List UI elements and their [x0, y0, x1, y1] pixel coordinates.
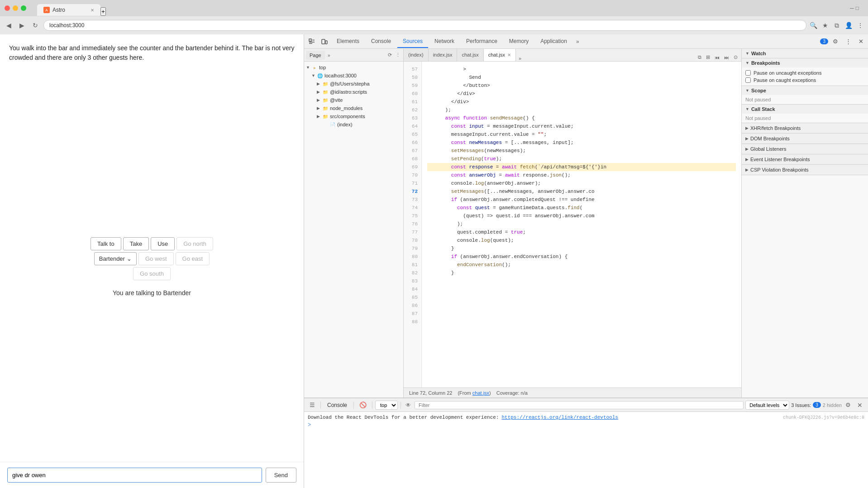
scope-header[interactable]: ▼ Scope [742, 86, 868, 95]
event-listener-header[interactable]: ▶ Event Listener Breakpoints [742, 154, 868, 164]
console-close-button[interactable]: ✕ [854, 401, 865, 410]
tab-close-icon[interactable]: ✕ [91, 8, 94, 13]
coverage-label: Coverage: n/a [496, 390, 528, 396]
watch-header[interactable]: ▼ Watch [742, 49, 868, 58]
minimize-window-button[interactable] [13, 5, 18, 11]
console-context-select[interactable]: top [375, 401, 398, 410]
window-minimize-icon[interactable]: ─ [850, 5, 854, 11]
console-eye-button[interactable]: 👁 [404, 401, 413, 409]
cursor-position: Line 72, Column 22 [409, 390, 452, 396]
pause-caught-checkbox[interactable] [745, 77, 751, 83]
menu-icon[interactable]: ⋮ [856, 21, 864, 29]
editor-step-forward-icon[interactable]: ⏭ [722, 54, 731, 61]
editor-tab-more[interactable]: » [516, 56, 524, 61]
from-file-link[interactable]: chat.jsx [472, 390, 489, 396]
pause-uncaught-checkbox[interactable] [745, 70, 751, 76]
tab-network[interactable]: Network [429, 35, 460, 48]
tab-performance[interactable]: Performance [461, 35, 503, 48]
call-stack-header[interactable]: ▼ Call Stack [742, 105, 868, 114]
devtools-more-options-button[interactable]: ⋮ [843, 36, 854, 47]
global-listeners-header[interactable]: ▶ Global Listeners [742, 144, 868, 154]
take-button[interactable]: Take [123, 237, 149, 250]
browser-tab-astro[interactable]: A Astro ✕ [37, 4, 100, 16]
sidebar-more-icon[interactable]: ⋮ [394, 52, 401, 59]
back-button[interactable]: ◀ [4, 20, 14, 31]
send-button[interactable]: Send [266, 468, 296, 483]
console-tab-label[interactable]: Console [324, 402, 351, 408]
tab-console[interactable]: Console [366, 35, 396, 48]
tree-label-top: top [319, 65, 326, 70]
call-stack-status: Not paused [742, 114, 868, 123]
csp-header[interactable]: ▶ CSP Violation Breakpoints [742, 165, 868, 175]
breakpoints-header[interactable]: ▼ Breakpoints [742, 58, 868, 67]
go-south-button[interactable]: Go south [133, 267, 171, 280]
tree-item-vite[interactable]: ▶ 📁 @vite [304, 96, 403, 104]
url-bar[interactable]: localhost:3000 [43, 20, 806, 31]
devtools-close-button[interactable]: ✕ [856, 36, 866, 47]
editor-split-icon[interactable]: ⧉ [696, 53, 703, 61]
console-gear-button[interactable]: ⚙ [844, 401, 853, 409]
editor-grid-icon[interactable]: ⊞ [704, 53, 712, 61]
code-view[interactable]: 57 58 59 60 61 62 63 64 65 66 67 68 [404, 62, 741, 388]
tree-item-top[interactable]: ▼ ▸ top [304, 63, 403, 72]
src-tab-more[interactable]: » [326, 52, 332, 59]
forward-button[interactable]: ▶ [17, 20, 27, 31]
editor-tab-close-icon[interactable]: ✕ [507, 53, 511, 57]
editor-deactivate-icon[interactable]: ⊙ [732, 53, 739, 61]
devtools-inspect-button[interactable] [306, 37, 318, 47]
from-file-label: (From chat.jsx) [458, 390, 491, 396]
devtools-device-toggle-button[interactable] [319, 37, 330, 47]
go-north-button[interactable]: Go north [176, 237, 213, 250]
profile-icon[interactable]: 👤 [844, 21, 853, 29]
code-line-69: setMessages(newMessages); [427, 147, 736, 155]
tab-elements[interactable]: Elements [331, 35, 365, 48]
editor-step-back-icon[interactable]: ⏮ [713, 54, 721, 61]
window-maximize-icon[interactable]: □ [856, 5, 859, 11]
event-listener-section: ▶ Event Listener Breakpoints [742, 154, 868, 165]
game-input-field[interactable] [7, 468, 262, 483]
devtools-settings-button[interactable]: ⚙ [830, 36, 841, 47]
favicon: A [43, 7, 50, 13]
reload-button[interactable]: ↻ [30, 20, 41, 31]
use-button[interactable]: Use [151, 237, 175, 250]
close-window-button[interactable] [5, 5, 10, 11]
go-east-button[interactable]: Go east [176, 252, 210, 265]
tree-item-id[interactable]: ▶ 📁 @id/astro:scripts [304, 88, 403, 96]
tree-item-localhost[interactable]: ▼ 🌐 localhost:3000 [304, 72, 403, 80]
tab-application[interactable]: Application [535, 35, 572, 48]
new-tab-button[interactable]: + [100, 7, 106, 16]
bartender-dropdown[interactable]: Bartender ⌄ [94, 252, 137, 265]
editor-tab-chat-jsx-active[interactable]: chat.jsx ✕ [484, 49, 516, 61]
editor-tab-index[interactable]: (index) [404, 49, 429, 61]
editor-tab-chat-jsx-1[interactable]: chat.jsx [457, 49, 483, 61]
scope-section: ▼ Scope Not paused [742, 86, 868, 105]
console-devtools-link[interactable]: https://reactjs.org/link/react-devtools [501, 415, 618, 420]
console-sidebar-toggle[interactable]: ☰ [307, 400, 318, 410]
extensions-icon[interactable]: ⧉ [833, 21, 841, 29]
console-filter-input[interactable] [415, 401, 744, 409]
devtools-more-tabs[interactable]: » [573, 37, 582, 47]
search-icon[interactable]: 🔍 [809, 21, 817, 29]
watch-arrow-icon: ▼ [745, 51, 749, 56]
console-clear-button[interactable]: 🚫 [357, 400, 369, 410]
tab-bar: A Astro ✕ + [33, 0, 846, 16]
xhr-breakpoints-header[interactable]: ▶ XHR/fetch Breakpoints [742, 123, 868, 133]
editor-tab-index-jsx[interactable]: index.jsx [429, 49, 458, 61]
go-west-button[interactable]: Go west [138, 252, 174, 265]
bookmarks-icon[interactable]: ★ [821, 21, 829, 29]
console-level-select[interactable]: Default levels [745, 401, 789, 410]
tree-item-fs[interactable]: ▶ 📁 @fs/Users/stepha [304, 80, 403, 88]
sidebar-sync-icon[interactable]: ⟳ [386, 52, 393, 59]
tab-sources[interactable]: Sources [397, 35, 428, 48]
devtools-toolbar: Elements Console Sources Network Perform… [304, 34, 868, 49]
talk-to-button[interactable]: Talk to [91, 237, 121, 250]
maximize-window-button[interactable] [21, 5, 26, 11]
tree-item-node-modules[interactable]: ▶ 📁 node_modules [304, 104, 403, 112]
tree-item-index[interactable]: 📄 (index) [304, 120, 403, 129]
line-num-88: 88 [404, 318, 421, 326]
dom-breakpoints-header[interactable]: ▶ DOM Breakpoints [742, 134, 868, 144]
tab-memory[interactable]: Memory [504, 35, 534, 48]
src-tab-page[interactable]: Page [306, 51, 325, 60]
tree-item-src-components[interactable]: ▶ 📁 src/components [304, 112, 403, 120]
line-num-68: 68 [404, 155, 421, 163]
